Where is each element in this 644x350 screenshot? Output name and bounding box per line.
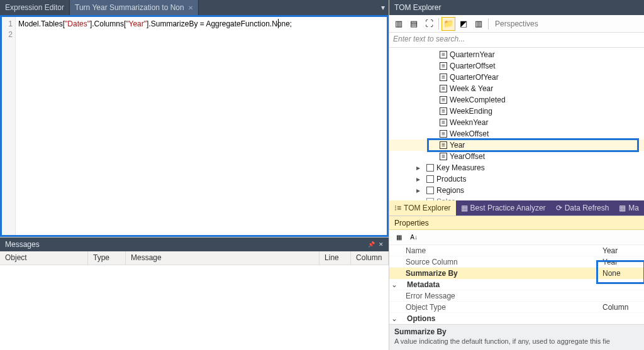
toolbar-btn-1[interactable]: ▥ <box>392 17 406 31</box>
tree-col-weekending[interactable]: WeekEnding <box>389 106 644 117</box>
toolbar-btn-2[interactable]: ▤ <box>407 17 421 31</box>
messages-header: Messages 📌 ✕ <box>0 238 389 251</box>
toolbar-btn-6[interactable]: ▥ <box>472 17 486 31</box>
column-icon <box>440 107 447 115</box>
column-icon <box>440 119 447 126</box>
properties-description: Summarize By A value indicating the defa… <box>389 324 644 350</box>
close-icon[interactable]: ✕ <box>188 4 193 11</box>
desc-text: A value indicating the default function,… <box>394 337 639 345</box>
col-object[interactable]: Object <box>0 251 88 265</box>
properties-grid: NameYear Source ColumnYear Summarize By … <box>389 245 644 324</box>
tom-toolbar: ▥ ▤ ⛶ 📁 ◩ ▥ <box>389 15 644 33</box>
col-type[interactable]: Type <box>88 251 126 265</box>
col-line[interactable]: Line <box>319 251 351 265</box>
toolbar-btn-5[interactable]: ◩ <box>457 17 470 31</box>
desc-title: Summarize By <box>394 327 639 336</box>
highlight-box-none <box>596 260 644 284</box>
column-icon <box>440 74 447 81</box>
properties-toolbar: ▦ A↓ <box>389 230 644 245</box>
expand-icon[interactable]: ▸ <box>415 186 421 195</box>
text-cursor <box>278 19 279 28</box>
col-column[interactable]: Column <box>351 251 389 265</box>
column-icon <box>440 85 447 92</box>
tree-col-yearoffset[interactable]: YearOffset <box>389 151 644 162</box>
expand-icon[interactable]: ▸ <box>415 175 421 183</box>
tab-turn-year-summarization[interactable]: Turn Year Summarization to Non ✕ <box>70 0 199 15</box>
hierarchy-icon[interactable]: ⛶ <box>422 17 436 31</box>
table-icon <box>426 164 434 172</box>
col-message[interactable]: Message <box>126 251 319 265</box>
code-body[interactable]: Model.Tables["Dates"].Columns["Year"].Su… <box>16 17 387 235</box>
tab-more[interactable]: ▦Ma <box>614 200 644 216</box>
close-icon[interactable]: ✕ <box>379 241 384 248</box>
table-icon <box>426 187 434 194</box>
analyzer-icon: ▦ <box>461 204 468 212</box>
column-icon <box>440 153 447 160</box>
column-icon <box>440 130 447 138</box>
table-icon <box>426 175 434 183</box>
line-gutter: 1 2 <box>2 17 16 235</box>
pin-icon[interactable]: 📌 <box>368 241 375 248</box>
code-editor[interactable]: 1 2 Model.Tables["Dates"].Columns["Year"… <box>0 15 389 237</box>
tree-search-input[interactable]: Enter text to search... <box>389 33 644 48</box>
highlight-box-year <box>427 138 639 152</box>
tree-col-quarternyear[interactable]: QuarternYear <box>389 49 644 60</box>
sort-az-icon[interactable]: A↓ <box>408 232 419 243</box>
prop-object-type[interactable]: Object TypeColumn <box>389 302 644 313</box>
tree-table-sales[interactable]: ▸Sales <box>389 196 644 200</box>
tree-col-weekcompleted[interactable]: WeekCompleted <box>389 94 644 106</box>
refresh-icon: ⟳ <box>556 204 562 212</box>
messages-body <box>0 265 389 350</box>
prop-cat-options[interactable]: Options <box>389 313 644 324</box>
column-icon <box>440 96 447 104</box>
prop-name[interactable]: NameYear <box>389 245 644 256</box>
prop-error-message[interactable]: Error Message <box>389 290 644 302</box>
messages-columns: Object Type Message Line Column <box>0 251 389 265</box>
tom-explorer-header: TOM Explorer <box>389 0 644 15</box>
column-icon <box>440 51 447 58</box>
tree-table-keymeasures[interactable]: ▸Key Measures <box>389 162 644 173</box>
tree-icon: ⁝≡ <box>394 204 401 212</box>
editor-tabs: Expression Editor Turn Year Summarizatio… <box>0 0 389 15</box>
tom-tree[interactable]: QuarternYear QuarterOffset QuarterOfYear… <box>389 48 644 200</box>
table-icon <box>426 198 434 200</box>
tree-col-quarteroffset[interactable]: QuarterOffset <box>389 60 644 72</box>
tree-col-weekyear[interactable]: Week & Year <box>389 83 644 94</box>
tree-table-products[interactable]: ▸Products <box>389 173 644 185</box>
tom-bottom-tabs: ⁝≡TOM Explorer ▦Best Practice Analyzer ⟳… <box>389 200 644 216</box>
tom-title: TOM Explorer <box>394 3 441 12</box>
properties-panel: Properties ▦ A↓ NameYear Source ColumnYe… <box>389 216 644 350</box>
messages-title: Messages <box>5 240 40 249</box>
more-icon: ▦ <box>619 204 626 212</box>
tab-tom-explorer[interactable]: ⁝≡TOM Explorer <box>389 200 455 216</box>
tree-table-regions[interactable]: ▸Regions <box>389 185 644 196</box>
tree-col-quarterofyear[interactable]: QuarterOfYear <box>389 72 644 83</box>
prop-summarize-by[interactable]: Summarize By None <box>389 268 644 279</box>
expand-icon[interactable]: ▸ <box>415 163 421 172</box>
column-icon <box>440 62 447 70</box>
tree-col-weeknyear[interactable]: WeeknYear <box>389 117 644 128</box>
tab-label: Turn Year Summarization to Non <box>75 3 184 12</box>
properties-header: Properties <box>389 216 644 230</box>
expand-icon[interactable]: ▸ <box>415 197 421 200</box>
tabs-dropdown-icon[interactable]: ▾ <box>377 0 389 15</box>
messages-panel: Messages 📌 ✕ Object Type Message Line Co… <box>0 237 389 350</box>
perspectives-input[interactable] <box>491 19 641 28</box>
tab-data-refresh[interactable]: ⟳Data Refresh <box>551 200 614 216</box>
tab-best-practice[interactable]: ▦Best Practice Analyzer <box>456 200 551 216</box>
tab-label: Expression Editor <box>5 3 64 12</box>
categorized-icon[interactable]: ▦ <box>393 232 404 243</box>
tab-expression-editor[interactable]: Expression Editor <box>0 0 70 15</box>
folder-icon[interactable]: 📁 <box>441 17 455 31</box>
